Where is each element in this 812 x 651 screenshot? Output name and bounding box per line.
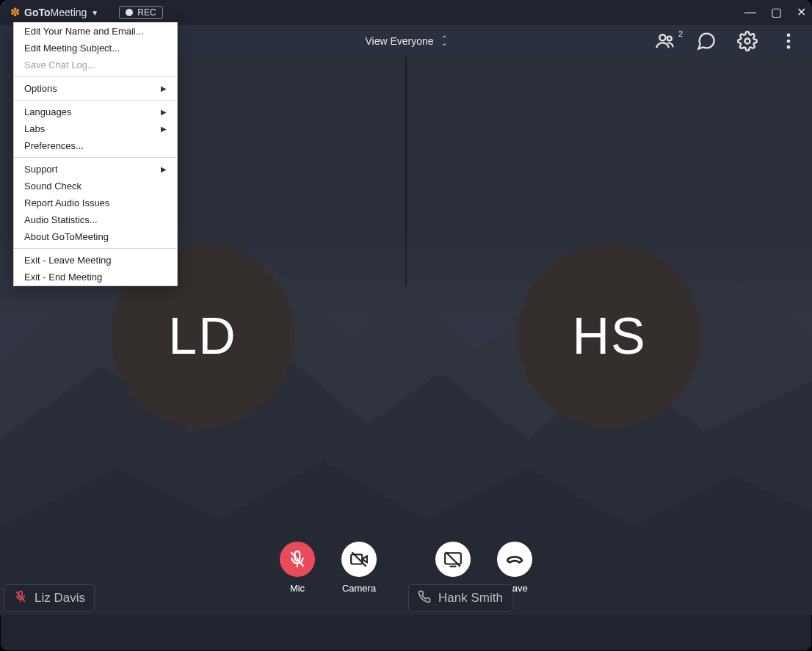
phone-icon — [418, 590, 431, 607]
record-dot-icon — [126, 9, 133, 16]
svg-point-1 — [667, 37, 672, 41]
hangup-icon — [505, 550, 524, 569]
menu-preferences[interactable]: Preferences... — [14, 137, 177, 154]
svg-point-5 — [787, 46, 791, 49]
app-menu-trigger[interactable]: ✽ GoToMeeting ▼ — [0, 7, 104, 18]
svg-point-0 — [659, 34, 665, 40]
menu-sound-check[interactable]: Sound Check — [14, 178, 177, 194]
kebab-icon — [778, 31, 799, 51]
participants-count: 2 — [678, 29, 683, 38]
menu-exit-leave[interactable]: Exit - Leave Meeting — [14, 252, 177, 269]
title-bar: ✽ GoToMeeting ▼ REC — ▢ ✕ — [0, 0, 812, 25]
participant-pane-2[interactable]: HS — [407, 57, 812, 615]
screen-button[interactable] — [435, 542, 471, 577]
minimize-button[interactable]: — — [744, 7, 756, 18]
brand-text: GoToMeeting — [24, 7, 87, 18]
mic-muted-icon — [288, 550, 307, 569]
leave-button[interactable] — [497, 542, 532, 577]
people-icon — [655, 31, 675, 51]
menu-separator — [14, 157, 177, 158]
menu-separator — [14, 76, 177, 77]
svg-point-3 — [787, 34, 791, 37]
submenu-arrow-icon: ▶ — [161, 108, 167, 116]
screen-off-icon — [443, 550, 463, 569]
svg-point-4 — [787, 40, 791, 43]
avatar: HS — [518, 244, 701, 428]
caret-down-icon: ▼ — [91, 9, 98, 17]
mic-muted-icon — [14, 590, 27, 607]
participant-nameplate-1[interactable]: Liz Davis — [4, 584, 95, 612]
menu-exit-end[interactable]: Exit - End Meeting — [14, 269, 177, 286]
submenu-arrow-icon: ▶ — [161, 165, 167, 173]
participants-button[interactable]: 2 — [655, 31, 675, 51]
menu-languages[interactable]: Languages▶ — [14, 103, 177, 120]
menu-save-chat: Save Chat Log... — [14, 57, 177, 73]
window-controls: — ▢ ✕ — [744, 0, 806, 25]
menu-edit-name[interactable]: Edit Your Name and Email... — [14, 23, 177, 40]
participant-nameplate-2[interactable]: Hank Smith — [408, 584, 512, 612]
view-everyone-dropdown[interactable]: View Everyone ⌃⌄ — [365, 35, 446, 47]
daisy-icon: ✽ — [10, 7, 20, 18]
menu-separator — [14, 100, 177, 101]
menu-about[interactable]: About GoToMeeting — [14, 228, 177, 245]
menu-report-audio[interactable]: Report Audio Issues — [14, 194, 177, 211]
menu-separator — [14, 248, 177, 249]
mic-label: Mic — [290, 583, 305, 594]
close-button[interactable]: ✕ — [797, 7, 806, 18]
submenu-arrow-icon: ▶ — [161, 125, 167, 133]
maximize-button[interactable]: ▢ — [771, 7, 782, 18]
participant-name: Hank Smith — [438, 591, 503, 605]
record-label: REC — [137, 7, 156, 18]
gear-icon — [737, 31, 758, 51]
app-dropdown-menu: Edit Your Name and Email... Edit Meeting… — [13, 22, 178, 286]
menu-labs[interactable]: Labs▶ — [14, 120, 177, 137]
camera-button[interactable] — [341, 542, 377, 577]
menu-support[interactable]: Support▶ — [14, 161, 177, 178]
svg-point-2 — [745, 39, 750, 44]
sort-icon: ⌃⌄ — [441, 37, 447, 46]
menu-options[interactable]: Options▶ — [14, 80, 177, 97]
app-window: ✽ GoToMeeting ▼ REC — ▢ ✕ View Everyone … — [0, 0, 812, 651]
menu-edit-subject[interactable]: Edit Meeting Subject... — [14, 40, 177, 57]
record-button[interactable]: REC — [119, 6, 162, 19]
settings-button[interactable] — [737, 31, 758, 51]
camera-label: Camera — [342, 583, 376, 594]
camera-off-icon — [349, 550, 369, 569]
participant-name: Liz Davis — [35, 591, 85, 605]
chat-icon — [696, 31, 717, 51]
menu-audio-stats[interactable]: Audio Statistics... — [14, 211, 177, 228]
mic-button[interactable] — [280, 542, 315, 577]
more-button[interactable] — [778, 31, 799, 51]
chat-button[interactable] — [696, 31, 717, 51]
submenu-arrow-icon: ▶ — [161, 84, 167, 92]
